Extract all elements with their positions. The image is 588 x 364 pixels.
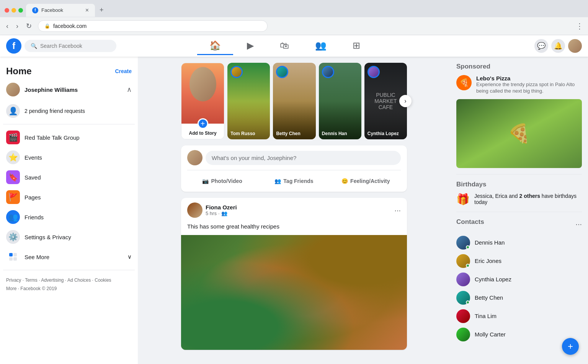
- right-divider-1: [456, 174, 582, 175]
- tom-russo-name: Tom Russo: [230, 131, 267, 136]
- post-composer: What's on your mind, Josephine? 📷 Photo/…: [181, 145, 407, 192]
- nav-groups[interactable]: 👥: [303, 37, 339, 55]
- browser-maximize-dot[interactable]: [18, 8, 23, 13]
- chevron-down-icon: ∨: [127, 253, 132, 260]
- pending-requests[interactable]: 👤 2 pending friend requests: [3, 101, 135, 121]
- sidebar-user-profile[interactable]: Josephine Williams ∧: [3, 80, 135, 100]
- sidebar-item-friends[interactable]: 👥 Friends: [3, 207, 135, 227]
- add-story-image: +: [181, 63, 224, 124]
- footer-advertising[interactable]: Advertising: [41, 277, 64, 283]
- post-header: Fiona Ozeri 5 hrs · 👥 ···: [181, 198, 407, 222]
- sidebar-item-saved[interactable]: 🔖 Saved: [3, 167, 135, 187]
- footer-copyright: Facebook © 2019: [20, 286, 57, 291]
- contact-dennis-han[interactable]: Dennis Han: [456, 233, 582, 252]
- sidebar-item-pages[interactable]: 🚩 Pages: [3, 187, 135, 207]
- pending-text: 2 pending friend requests: [24, 108, 85, 114]
- footer-cookies[interactable]: Cookies: [95, 277, 111, 283]
- nav-gaming[interactable]: ⊞: [340, 37, 372, 55]
- header-right: 💬 🔔: [534, 39, 582, 53]
- online-indicator-dennis: [466, 245, 470, 249]
- contact-avatar-eric: [456, 254, 470, 268]
- main-nav: 🏠 ▶ 🛍 👥 ⊞: [197, 37, 372, 55]
- story-dennis-han[interactable]: Dennis Han: [319, 63, 361, 139]
- browser-close-dot[interactable]: [5, 8, 9, 13]
- user-profile-pic: [6, 83, 20, 96]
- events-icon: ⭐: [6, 150, 20, 164]
- compose-floating-button[interactable]: +: [562, 338, 579, 355]
- contact-name-betty: Betty Chen: [475, 294, 503, 301]
- feeling-button[interactable]: 😊 Feeling/Activity: [331, 175, 401, 187]
- search-input[interactable]: [40, 43, 110, 49]
- new-tab-button[interactable]: +: [96, 3, 107, 17]
- contact-name-cynthia: Cynthia Lopez: [475, 276, 511, 282]
- sidebar-item-settings[interactable]: ⚙️ Settings & Privacy: [3, 227, 135, 247]
- sidebar-item-red-table[interactable]: 🎬 Red Table Talk Group: [3, 127, 135, 147]
- footer-privacy[interactable]: Privacy: [6, 277, 21, 283]
- post-author-avatar[interactable]: [187, 202, 203, 218]
- composer-input[interactable]: What's on your mind, Josephine?: [206, 151, 401, 165]
- tom-russo-avatar: [230, 66, 243, 78]
- see-more-icon: [6, 250, 20, 264]
- contact-name-tina: Tina Lim: [475, 313, 497, 319]
- contact-avatar-dennis: [456, 236, 470, 250]
- contact-cynthia-lopez[interactable]: Cynthia Lopez: [456, 270, 582, 289]
- friend-request-icon: 👤: [6, 104, 20, 118]
- birthday-item: 🎁 Jessica, Erica and 2 others have birth…: [456, 193, 582, 206]
- story-tom-russo[interactable]: Tom Russo 🦜: [227, 63, 270, 139]
- birthdays-section: Birthdays 🎁 Jessica, Erica and 2 others …: [456, 181, 582, 206]
- browser-minimize-dot[interactable]: [11, 8, 16, 13]
- sponsor-item[interactable]: 🍕 Lebo's Pizza Experience the trendy piz…: [456, 75, 582, 95]
- nav-video[interactable]: ▶: [235, 37, 266, 55]
- contacts-more-button[interactable]: ···: [575, 220, 582, 229]
- facebook-header: f 🔍 🏠 ▶ 🛍 👥 ⊞ 💬 🔔: [0, 35, 588, 57]
- sidebar-item-events[interactable]: ⭐ Events: [3, 147, 135, 167]
- post-author-name[interactable]: Fiona Ozeri: [206, 204, 391, 211]
- browser-more-button[interactable]: ⋮: [576, 21, 583, 31]
- contact-eric-jones[interactable]: Eric Jones: [456, 252, 582, 270]
- post-more-button[interactable]: ···: [394, 206, 401, 215]
- red-table-icon: 🎬: [6, 131, 20, 144]
- browser-controls: [5, 8, 24, 13]
- browser-tab[interactable]: f Facebook ×: [26, 4, 95, 17]
- url-bar[interactable]: 🔒 facebook.com: [38, 20, 268, 32]
- user-display-name: Josephine Williams: [24, 87, 122, 93]
- forward-button[interactable]: ›: [15, 21, 20, 32]
- user-avatar-header[interactable]: [568, 39, 582, 53]
- birthday-others: 2 others: [519, 193, 540, 199]
- tag-friends-button[interactable]: 👥 Tag Friends: [259, 175, 329, 187]
- contact-betty-chen[interactable]: Betty Chen: [456, 289, 582, 307]
- reload-button[interactable]: ↻: [24, 20, 33, 32]
- add-story-plus-icon: +: [198, 118, 208, 129]
- create-button[interactable]: Create: [115, 68, 132, 74]
- contact-molly-carter[interactable]: Molly Carter: [456, 325, 582, 344]
- messenger-button[interactable]: 💬: [534, 39, 548, 53]
- nav-home[interactable]: 🏠: [197, 37, 233, 55]
- browser-address-bar: ‹ › ↻ 🔒 facebook.com ⋮: [0, 17, 588, 35]
- chevron-up-icon: ∧: [127, 85, 132, 94]
- sponsor-description: Experience the trendy pizza spot in Palo…: [476, 82, 582, 95]
- back-button[interactable]: ‹: [5, 21, 10, 32]
- saved-icon: 🔖: [6, 170, 20, 184]
- add-to-story-card[interactable]: + Add to Story: [181, 63, 224, 139]
- footer-ad-choices[interactable]: Ad Choices: [67, 277, 91, 283]
- photo-video-button[interactable]: 📷 Photo/Video: [187, 175, 257, 187]
- tab-favicon: f: [32, 7, 38, 13]
- search-bar[interactable]: 🔍: [24, 40, 116, 52]
- facebook-logo[interactable]: f: [6, 38, 21, 54]
- notifications-button[interactable]: 🔔: [551, 39, 565, 53]
- stories-next-button[interactable]: ›: [399, 95, 412, 107]
- contact-tina-lim[interactable]: Tina Lim: [456, 307, 582, 325]
- sponsored-title: Sponsored: [456, 63, 582, 70]
- nav-marketplace[interactable]: 🛍: [268, 37, 301, 55]
- footer-more[interactable]: More: [6, 286, 16, 291]
- main-content: Home Create Josephine Williams ∧ 👤 2 pen…: [0, 57, 588, 364]
- story-betty-chen[interactable]: Betty Chen: [273, 63, 315, 139]
- birthday-gift-icon: 🎁: [456, 193, 470, 206]
- footer-terms[interactable]: Terms: [25, 277, 38, 283]
- contacts-title: Contacts: [456, 218, 484, 226]
- post-fiona-ozeri: Fiona Ozeri 5 hrs · 👥 ··· This has some …: [181, 198, 407, 350]
- tab-close-button[interactable]: ×: [85, 7, 89, 14]
- dennis-han-name: Dennis Han: [322, 131, 358, 136]
- sidebar-label-friends: Friends: [24, 214, 44, 220]
- see-more-button[interactable]: See More ∨: [3, 247, 135, 267]
